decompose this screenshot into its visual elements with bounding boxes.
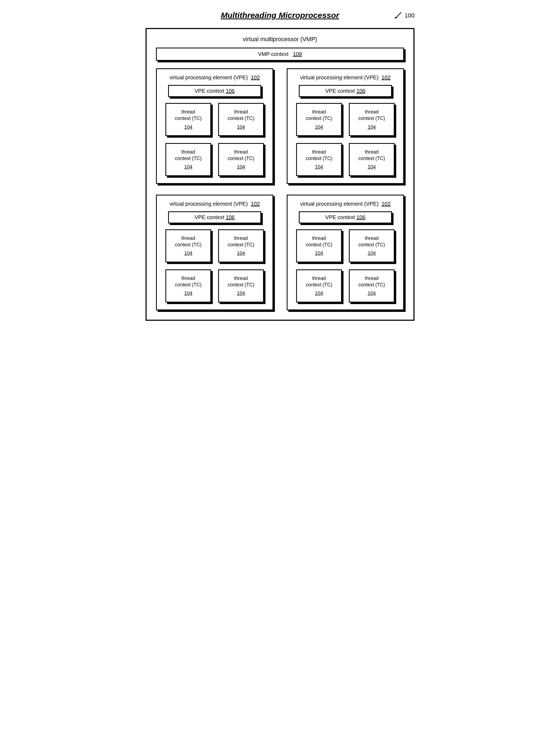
tc-grid: threadcontext (TC)104threadcontext (TC)1…: [163, 229, 267, 303]
vpe-label-text: virtual processing element (VPE): [169, 75, 248, 80]
vpe-box: virtual processing element (VPE) 102VPE …: [287, 68, 404, 184]
tc-line2: context (TC): [221, 282, 261, 288]
tc-line1: thread: [299, 149, 339, 155]
tc-ref: 104: [237, 250, 245, 257]
tc-line1: thread: [168, 149, 209, 155]
tc-line2: context (TC): [221, 115, 261, 122]
tc-box: threadcontext (TC)104: [349, 103, 395, 136]
tc-line1: thread: [168, 109, 209, 115]
vpe-label: virtual processing element (VPE) 102: [293, 75, 397, 81]
tc-ref: 104: [184, 250, 192, 257]
tc-ref: 104: [184, 164, 192, 170]
tc-line2: context (TC): [299, 115, 339, 122]
tc-line2: context (TC): [168, 242, 209, 248]
tc-ref: 104: [368, 290, 376, 297]
tc-line2: context (TC): [299, 155, 339, 162]
tc-ref: 104: [315, 164, 323, 170]
vmp-context-ref: 108: [293, 51, 302, 57]
arrow-icon: [393, 11, 403, 20]
diagram-page: Multithreading Microprocessor 100 virtua…: [146, 11, 414, 321]
tc-ref: 104: [315, 290, 323, 297]
tc-ref: 104: [237, 164, 245, 170]
tc-line1: thread: [221, 275, 261, 282]
vpe-ref: 102: [251, 75, 260, 80]
tc-box: threadcontext (TC)104: [165, 229, 211, 263]
vmp-box: virtual multiprocessor (VMP) VMP context…: [146, 28, 414, 321]
vpe-box: virtual processing element (VPE) 102VPE …: [287, 195, 404, 310]
tc-box: threadcontext (TC)104: [165, 270, 211, 303]
tc-ref: 104: [184, 124, 192, 130]
reference-100: 100: [393, 11, 414, 20]
tc-box: threadcontext (TC)104: [349, 229, 395, 263]
tc-line2: context (TC): [351, 242, 392, 248]
tc-line1: thread: [221, 109, 261, 115]
tc-line1: thread: [168, 275, 209, 282]
vpe-box: virtual processing element (VPE) 102VPE …: [156, 68, 273, 184]
tc-line2: context (TC): [351, 155, 392, 162]
tc-box: threadcontext (TC)104: [218, 103, 264, 136]
vpe-context-label: VPE context: [325, 88, 355, 94]
tc-grid: threadcontext (TC)104threadcontext (TC)1…: [293, 103, 397, 176]
vmp-label: virtual multiprocessor (VMP): [156, 36, 404, 43]
vpe-context-ref: 106: [226, 214, 235, 220]
vpe-context-label: VPE context: [195, 214, 224, 220]
vpe-box: virtual processing element (VPE) 102VPE …: [156, 195, 273, 310]
vpe-context-ref: 106: [356, 88, 365, 94]
tc-line1: thread: [351, 109, 392, 115]
tc-line2: context (TC): [299, 242, 339, 248]
tc-ref: 104: [184, 290, 192, 297]
tc-ref: 104: [237, 290, 245, 297]
tc-box: threadcontext (TC)104: [218, 270, 264, 303]
tc-line1: thread: [168, 235, 209, 242]
tc-box: threadcontext (TC)104: [218, 143, 264, 176]
vpe-context-box: VPE context 106: [168, 211, 261, 224]
tc-box: threadcontext (TC)104: [165, 103, 211, 136]
vpe-label: virtual processing element (VPE) 102: [163, 201, 267, 207]
tc-box: threadcontext (TC)104: [296, 143, 342, 176]
tc-ref: 104: [315, 250, 323, 257]
tc-line2: context (TC): [221, 242, 261, 248]
tc-grid: threadcontext (TC)104threadcontext (TC)1…: [163, 103, 267, 176]
tc-ref: 104: [368, 164, 376, 170]
title-row: Multithreading Microprocessor 100: [146, 11, 414, 20]
vmp-context-label: VMP context: [258, 51, 288, 57]
vpe-context-ref: 106: [226, 88, 235, 94]
tc-box: threadcontext (TC)104: [349, 270, 395, 303]
tc-line1: thread: [351, 275, 392, 282]
vpe-context-label: VPE context: [195, 88, 224, 94]
vpe-context-box: VPE context 106: [168, 85, 261, 97]
tc-box: threadcontext (TC)104: [218, 229, 264, 263]
tc-line2: context (TC): [168, 282, 209, 288]
ref-100-text: 100: [405, 12, 414, 19]
tc-line1: thread: [351, 235, 392, 242]
vpe-label-text: virtual processing element (VPE): [300, 75, 378, 80]
tc-line1: thread: [299, 109, 339, 115]
vpe-ref: 102: [381, 75, 390, 80]
tc-line2: context (TC): [299, 282, 339, 288]
vpe-ref: 102: [251, 201, 260, 207]
vpe-context-ref: 106: [356, 214, 365, 220]
tc-ref: 104: [237, 124, 245, 130]
vpe-label-text: virtual processing element (VPE): [169, 201, 248, 207]
tc-line2: context (TC): [168, 155, 209, 162]
vpe-label: virtual processing element (VPE) 102: [163, 75, 267, 81]
tc-line2: context (TC): [168, 115, 209, 122]
tc-line2: context (TC): [351, 115, 392, 122]
vpe-context-label: VPE context: [325, 214, 355, 220]
tc-line1: thread: [351, 149, 392, 155]
vpe-context-box: VPE context 106: [299, 211, 392, 224]
tc-box: threadcontext (TC)104: [165, 143, 211, 176]
tc-line1: thread: [221, 235, 261, 242]
tc-box: threadcontext (TC)104: [296, 103, 342, 136]
vpe-ref: 102: [381, 201, 390, 207]
tc-ref: 104: [315, 124, 323, 130]
tc-ref: 104: [368, 250, 376, 257]
tc-line1: thread: [299, 275, 339, 282]
vpe-label-text: virtual processing element (VPE): [300, 201, 378, 207]
vmp-context-box: VMP context 108: [156, 48, 404, 61]
vpe-label: virtual processing element (VPE) 102: [293, 201, 397, 207]
tc-line1: thread: [299, 235, 339, 242]
vpe-context-box: VPE context 106: [299, 85, 392, 97]
tc-box: threadcontext (TC)104: [296, 270, 342, 303]
tc-ref: 104: [368, 124, 376, 130]
